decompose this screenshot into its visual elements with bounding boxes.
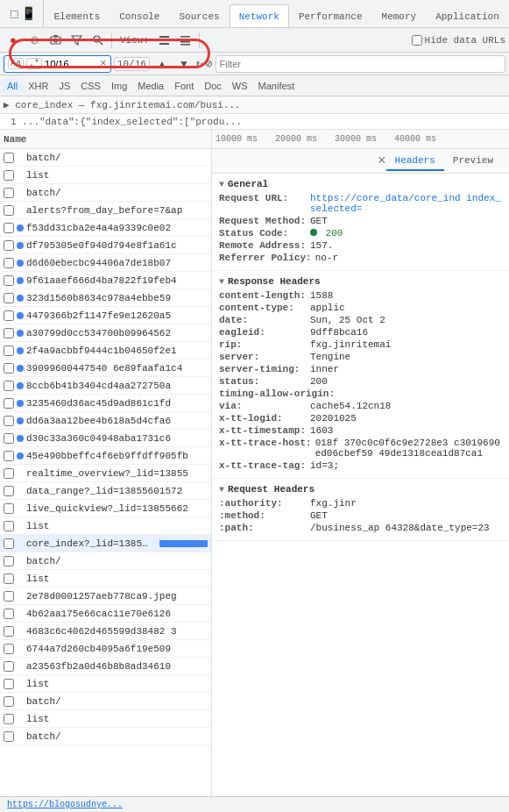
regex-button[interactable]: .*: [26, 58, 42, 69]
search-input[interactable]: [45, 59, 97, 69]
network-list-item[interactable]: 6744a7d260cb4095a6f19e509: [0, 640, 211, 658]
item-checkbox[interactable]: [4, 433, 14, 444]
network-list-item[interactable]: 4479366b2f1147fe9e12620a5: [0, 307, 211, 324]
mobile-icon[interactable]: 📱: [21, 6, 36, 21]
tab-network[interactable]: Network: [230, 4, 289, 27]
tab-console[interactable]: Console: [110, 4, 169, 27]
item-checkbox[interactable]: [4, 363, 14, 374]
item-checkbox[interactable]: [4, 240, 14, 251]
network-list-item[interactable]: 4b62aa175e66cac11e70e6126: [0, 605, 211, 623]
item-checkbox[interactable]: [4, 486, 14, 496]
network-list-item[interactable]: batch/: [0, 149, 211, 167]
refresh-icon[interactable]: ↻: [196, 57, 203, 71]
network-list-item[interactable]: 9f61aaef666d4ba7822f19feb4: [0, 272, 211, 289]
search-next-button[interactable]: ▼: [174, 54, 194, 74]
hide-data-urls-checkbox[interactable]: [412, 35, 422, 46]
item-checkbox[interactable]: [4, 416, 14, 426]
item-checkbox[interactable]: [4, 573, 14, 584]
tab-memory[interactable]: Memory: [372, 4, 427, 27]
network-list-item[interactable]: batch/: [0, 552, 211, 570]
item-checkbox[interactable]: [4, 345, 14, 356]
tab-application[interactable]: Application: [426, 4, 509, 27]
network-list-item[interactable]: a23563fb2a0d46b8b8ad34610: [0, 658, 211, 675]
network-list-item[interactable]: 4683c6c4062d465599d38482 3: [0, 623, 211, 640]
network-list-item[interactable]: data_range?_lid=13855601572: [0, 482, 211, 500]
network-list-item[interactable]: d6d60ebecbc94406a7de18b07: [0, 254, 211, 272]
network-list-item[interactable]: df795305e0f940d794e8f1a61c: [0, 237, 211, 254]
search-nav[interactable]: 10/16: [114, 57, 150, 71]
network-list-item[interactable]: batch/: [0, 693, 211, 710]
filter-font[interactable]: Font: [169, 79, 199, 93]
detail-tab-preview[interactable]: Preview: [444, 152, 502, 171]
item-checkbox[interactable]: [4, 468, 14, 479]
network-list-item[interactable]: list: [0, 675, 211, 693]
filter-js[interactable]: JS: [53, 79, 75, 93]
item-checkbox[interactable]: [4, 661, 14, 672]
item-checkbox[interactable]: [4, 153, 14, 163]
search-prev-button[interactable]: ▲: [152, 54, 172, 74]
network-list-item[interactable]: list: [0, 710, 211, 728]
item-checkbox[interactable]: [4, 503, 14, 514]
network-list-item[interactable]: batch/: [0, 184, 211, 202]
record-button[interactable]: ●: [4, 31, 23, 50]
network-list-item[interactable]: a30799d0cc534700b09964562: [0, 324, 211, 342]
tab-elements[interactable]: Elements: [44, 4, 110, 27]
network-list-item[interactable]: core_index?_lid=13856066432: [0, 535, 211, 552]
network-list-item[interactable]: 2f4a9acbbf9444c1b04650f2e1: [0, 342, 211, 360]
network-list-item[interactable]: list: [0, 570, 211, 588]
item-checkbox[interactable]: [4, 556, 14, 566]
network-list-item[interactable]: list: [0, 517, 211, 535]
network-list-item[interactable]: 2e78d0001257aeb778ca9.jpeg: [0, 588, 211, 605]
item-checkbox[interactable]: [4, 275, 14, 286]
filter-manifest[interactable]: Manifest: [253, 79, 300, 93]
search-button[interactable]: [88, 31, 107, 50]
network-list-item[interactable]: 3235460d36ac45d9ad861c1fd: [0, 395, 211, 412]
item-checkbox[interactable]: [4, 205, 14, 216]
filter-xhr[interactable]: XHR: [23, 79, 53, 93]
tab-sources[interactable]: Sources: [169, 4, 229, 27]
detail-tab-headers[interactable]: Headers: [386, 152, 444, 171]
network-list-item[interactable]: live_quickview?_lid=13855662: [0, 500, 211, 517]
network-list-item[interactable]: batch/: [0, 728, 211, 745]
item-checkbox[interactable]: [4, 679, 14, 689]
item-checkbox[interactable]: [4, 398, 14, 409]
item-checkbox[interactable]: [4, 381, 14, 391]
network-list-item[interactable]: dd6a3aa12bee4b618a5d4cfa6: [0, 412, 211, 430]
hide-data-urls-label[interactable]: Hide data URLs: [412, 35, 505, 46]
filter-all[interactable]: All: [2, 79, 23, 93]
network-list-item[interactable]: realtime_overview?_lid=13855: [0, 465, 211, 482]
item-checkbox[interactable]: [4, 310, 14, 321]
item-checkbox[interactable]: [4, 258, 14, 268]
filter-ws[interactable]: WS: [227, 79, 253, 93]
inspect-icon[interactable]: ⬚: [11, 6, 18, 21]
item-checkbox[interactable]: [4, 451, 14, 461]
network-list-item[interactable]: d30c33a360c04948aba1731c6: [0, 430, 211, 447]
detail-close-button[interactable]: ×: [378, 153, 386, 169]
cancel-icon[interactable]: ⊘: [206, 57, 213, 71]
item-checkbox[interactable]: [4, 223, 14, 233]
screenshot-button[interactable]: [46, 31, 65, 50]
tab-performance[interactable]: Performance: [289, 4, 372, 27]
stop-button[interactable]: ⊘: [25, 31, 44, 50]
filter-button[interactable]: [67, 31, 86, 50]
item-checkbox[interactable]: [4, 644, 14, 654]
filter-input[interactable]: [216, 55, 505, 73]
item-checkbox[interactable]: [4, 538, 14, 549]
network-list-item[interactable]: 45e490bbeffc4f6eb9ffdff905fb: [0, 447, 211, 465]
network-list-item[interactable]: alerts?from_day_before=7&ap: [0, 202, 211, 219]
aa-button[interactable]: Aa: [8, 58, 24, 69]
item-checkbox[interactable]: [4, 521, 14, 531]
item-checkbox[interactable]: [4, 731, 14, 742]
search-clear-button[interactable]: ×: [100, 57, 107, 70]
item-checkbox[interactable]: [4, 609, 14, 619]
view-list-button[interactable]: [154, 31, 173, 50]
view-compact-button[interactable]: [175, 31, 194, 50]
item-checkbox[interactable]: [4, 328, 14, 338]
network-list-item[interactable]: 39099600447540 6e89faafa1c4: [0, 360, 211, 377]
network-list-item[interactable]: list: [0, 167, 211, 184]
network-list-item[interactable]: f53dd31cba2e4a4a9339c0e02: [0, 219, 211, 237]
item-checkbox[interactable]: [4, 696, 14, 707]
filter-css[interactable]: CSS: [75, 79, 106, 93]
filter-img[interactable]: Img: [106, 79, 132, 93]
item-checkbox[interactable]: [4, 626, 14, 637]
